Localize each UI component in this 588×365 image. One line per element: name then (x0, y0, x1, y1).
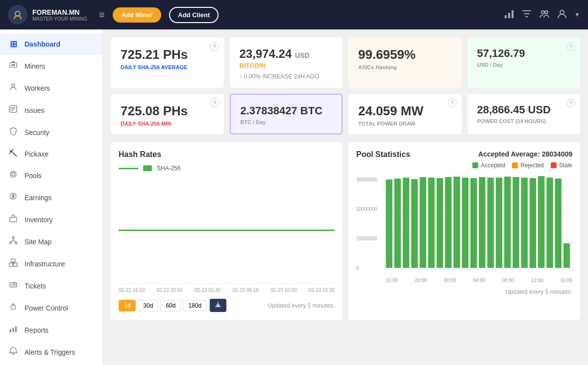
sitemap-icon (8, 236, 19, 247)
help-icon-hash-min[interactable]: ? (210, 99, 219, 107)
chevron-down-icon[interactable]: ▼ (574, 11, 580, 18)
sidebar-item-alerts[interactable]: Alerts & Triggers (0, 341, 102, 363)
pool-x-label-6: 12:00 (531, 278, 543, 283)
miners-icon (8, 60, 19, 72)
svg-rect-53 (437, 178, 443, 268)
add-miner-button[interactable]: Add Miner (113, 7, 162, 23)
svg-rect-55 (453, 177, 460, 268)
svg-rect-63 (521, 178, 528, 268)
svg-point-31 (11, 284, 13, 286)
stat-card-power-draw: ? 24.059 MW TOTAL POWER DRAW (348, 94, 462, 134)
help-icon-hash-avg[interactable]: ? (210, 42, 219, 51)
sidebar-item-dashboard[interactable]: ⊞ Dashboard (0, 33, 102, 55)
svg-rect-65 (538, 176, 544, 268)
legend-rejected: Rejected (512, 162, 543, 169)
filter-icon[interactable] (521, 8, 532, 22)
x-label-6: 02-23 15:30 (309, 287, 335, 293)
time-btn-180d[interactable]: 180d (183, 300, 207, 312)
svg-text:20000000: 20000000 (356, 207, 377, 212)
add-client-button[interactable]: Add Client (169, 7, 219, 23)
x-label-4: 02-23 06:10 (233, 287, 259, 293)
x-label-1: 02-22 16:10 (119, 287, 145, 293)
svg-rect-37 (13, 328, 14, 332)
svg-rect-56 (462, 178, 468, 268)
x-label-5: 02-23 10:50 (270, 287, 296, 293)
time-btn-30d[interactable]: 30d (138, 300, 158, 312)
charts-row: Hash Rates SHA-256 02-22 16:10 02-22 20:… (111, 142, 580, 320)
sidebar-label-pools: Pools (24, 172, 42, 180)
alerts-icon (8, 346, 19, 358)
pool-accepted-label: Accepted Average: 28034009 (478, 150, 572, 158)
svg-rect-67 (555, 179, 562, 268)
stat-card-bitcoin: 23,974.24 USD BITCOIN ↑ 0.00% INCREASE 2… (230, 37, 343, 88)
svg-rect-51 (419, 177, 426, 268)
hash-rate-chart: Hash Rates SHA-256 02-22 16:10 02-22 20:… (111, 142, 343, 320)
svg-rect-18 (10, 217, 17, 222)
pool-x-label-7: 16:00 (560, 278, 572, 283)
help-icon-usd[interactable]: ? (566, 42, 575, 51)
sidebar-label-sitemap: Site Map (24, 238, 51, 246)
svg-rect-3 (512, 10, 514, 18)
dashboard-icon: ⊞ (8, 39, 19, 50)
help-icon-powercost[interactable]: ? (566, 99, 575, 107)
svg-text:30000000: 30000000 (356, 177, 377, 182)
svg-point-19 (12, 236, 14, 238)
svg-rect-48 (394, 179, 401, 268)
sidebar-item-pools[interactable]: Pools (0, 164, 102, 186)
chart-icon[interactable] (504, 8, 514, 22)
legend-stale: Stale (551, 162, 572, 169)
person-icon[interactable] (557, 8, 567, 22)
legend-rejected-dot (512, 162, 518, 168)
sidebar-item-earnings[interactable]: Earnings (0, 186, 102, 209)
pool-bar-chart-svg: 30000000 20000000 10000000 0 (356, 175, 572, 273)
sidebar-label-inventory: Inventory (24, 216, 53, 224)
sidebar-label-infrastructure: Infrastructure (24, 260, 65, 268)
sidebar-item-issues[interactable]: Issues (0, 99, 102, 121)
sidebar-item-sitemap[interactable]: Site Map (0, 231, 102, 253)
svg-text:10000000: 10000000 (356, 236, 377, 241)
sidebar-label-security: Security (24, 129, 49, 136)
legend-accepted-label: Accepted (481, 162, 505, 169)
svg-text:0: 0 (356, 265, 359, 271)
sidebar-item-reports[interactable]: Reports (0, 319, 102, 341)
stat-label-btc-day: BTC / Day (241, 119, 332, 125)
help-icon-power[interactable]: ? (448, 99, 457, 107)
svg-rect-60 (496, 178, 502, 268)
sidebar-item-inventory[interactable]: Inventory (0, 209, 102, 231)
sidebar-item-miners[interactable]: Miners (0, 55, 102, 77)
sidebar-item-tickets[interactable]: Tickets (0, 275, 102, 297)
svg-rect-50 (411, 179, 417, 268)
user-group-icon[interactable] (539, 8, 550, 22)
svg-point-10 (12, 84, 15, 87)
issues-icon (8, 104, 19, 116)
hamburger-menu[interactable]: ≡ (99, 9, 105, 21)
svg-rect-8 (11, 64, 15, 66)
stat-card-power-cost: ? 28,866.45 USD POWER COST (24 HOURS) (467, 94, 581, 134)
download-button[interactable] (210, 299, 226, 312)
stat-value-asics: 99.6959% (358, 47, 452, 62)
sidebar-item-powercontrol[interactable]: Power Control (0, 297, 102, 319)
time-btn-60d[interactable]: 60d (160, 300, 181, 312)
powercontrol-icon (8, 302, 19, 313)
hash-chart-footer: 1d 30d 60d 180d Updated every 5 minutes. (119, 299, 335, 312)
sidebar-item-pickaxe[interactable]: ⛏ Pickaxe (0, 143, 102, 164)
legend-stale-dot (551, 162, 557, 168)
sidebar-item-security[interactable]: Security (0, 121, 102, 143)
svg-rect-36 (10, 329, 11, 332)
sidebar-item-workers[interactable]: Workers (0, 77, 102, 99)
time-btn-1d[interactable]: 1d (119, 300, 136, 312)
stat-label-usd-day: USD / Day (477, 62, 571, 68)
pickaxe-icon: ⛏ (8, 149, 19, 159)
security-icon (8, 127, 19, 138)
hash-legend-label: SHA-256 (157, 165, 181, 172)
sidebar-item-infrastructure[interactable]: Infrastructure (0, 253, 102, 275)
hash-updated-text: Updated every 5 minutes. (268, 302, 335, 309)
svg-point-5 (545, 11, 548, 14)
stat-card-btc-day: 2.37838427 BTC BTC / Day (230, 94, 343, 134)
svg-point-16 (12, 173, 15, 176)
pools-icon (8, 170, 19, 181)
app-header: FOREMAN.MN MASTER YOUR MINING ≡ Add Mine… (0, 0, 588, 29)
stat-value-hash-min: 725.08 PHs (121, 104, 214, 119)
brand-name: FOREMAN.MN (32, 8, 87, 16)
earnings-icon (8, 192, 19, 203)
